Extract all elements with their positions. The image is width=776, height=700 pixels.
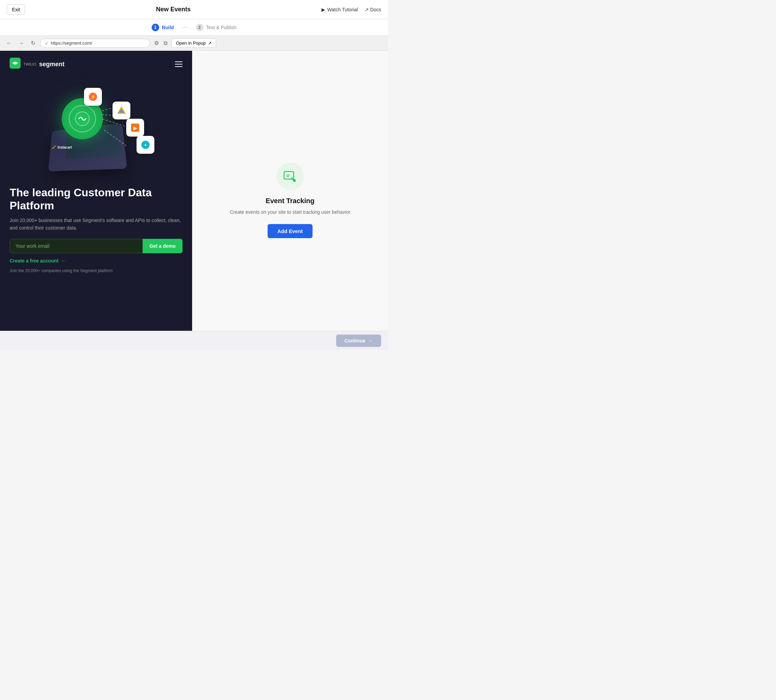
open-in-popup-button[interactable]: Open in Popup ↗ bbox=[172, 38, 216, 48]
arrow-icon: → bbox=[60, 258, 65, 263]
watch-tutorial-link[interactable]: ▶ Watch Tutorial bbox=[321, 7, 358, 12]
steps-bar: 1 Build — 2 Test & Publish bbox=[0, 19, 388, 36]
duplicate-button[interactable]: ⧉ bbox=[162, 39, 169, 48]
url-text: https://segment.com/ bbox=[51, 40, 92, 46]
step-divider: — bbox=[182, 24, 188, 30]
preview-nav: TWILIO segment bbox=[0, 51, 192, 78]
website-preview: TWILIO segment bbox=[0, 51, 192, 350]
hero-illustration: ⚡ ▶ bbox=[0, 78, 192, 180]
segment-logo-icon bbox=[10, 58, 21, 71]
get-demo-button[interactable]: Get a demo bbox=[143, 239, 183, 253]
browser-actions: ⚙ ⧉ bbox=[153, 38, 169, 48]
hero-headline: The leading Customer Data Platform bbox=[10, 186, 183, 212]
browser-chrome: ← → ↻ ✓ https://segment.com/ ⚙ ⧉ Open in… bbox=[0, 36, 388, 51]
free-account-link[interactable]: Create a free account → bbox=[10, 258, 183, 263]
svg-point-11 bbox=[293, 179, 296, 182]
popup-icon: ↗ bbox=[208, 40, 211, 46]
exit-button[interactable]: Exit bbox=[7, 5, 25, 15]
secure-icon: ✓ bbox=[45, 40, 49, 46]
hero-text-area: The leading Customer Data Platform Join … bbox=[0, 180, 192, 278]
settings-button[interactable]: ⚙ bbox=[153, 38, 160, 48]
email-form: Get a demo bbox=[10, 239, 183, 253]
instacart-label: 🥕 Instacart bbox=[52, 145, 72, 150]
app-card-3: ▶ bbox=[126, 119, 144, 137]
page-title: New Events bbox=[156, 6, 191, 13]
step-2-label: Test & Publish bbox=[206, 25, 237, 30]
app-card-4: ✦ bbox=[137, 136, 154, 154]
svg-text:✦: ✦ bbox=[144, 143, 147, 148]
illustration-container: ⚡ ▶ bbox=[34, 81, 158, 177]
step-1[interactable]: 1 Build bbox=[152, 24, 174, 31]
right-panel: Event Tracking Create events on your sit… bbox=[192, 51, 388, 350]
forward-button[interactable]: → bbox=[17, 39, 26, 48]
event-tracking-description: Create events on your site to start trac… bbox=[230, 208, 351, 216]
add-event-button[interactable]: Add Event bbox=[268, 224, 312, 238]
svg-text:⚡: ⚡ bbox=[90, 94, 97, 100]
top-bar: Exit New Events ▶ Watch Tutorial ↗ Docs bbox=[0, 0, 388, 19]
refresh-button[interactable]: ↻ bbox=[29, 38, 37, 48]
app-card-1: ⚡ bbox=[84, 88, 102, 106]
app-card-2 bbox=[113, 102, 130, 119]
bottom-text: Join the 20,000+ companies using the Seg… bbox=[10, 268, 183, 273]
continue-button[interactable]: Continue → bbox=[336, 335, 381, 347]
play-icon: ▶ bbox=[321, 7, 325, 12]
step-2[interactable]: 2 Test & Publish bbox=[196, 24, 237, 31]
continue-arrow-icon: → bbox=[368, 338, 373, 343]
hamburger-menu[interactable] bbox=[175, 62, 183, 67]
bottom-bar: Continue → bbox=[0, 331, 388, 350]
back-button[interactable]: ← bbox=[4, 39, 14, 48]
docs-link[interactable]: ↗ Docs bbox=[365, 7, 381, 12]
main-content: TWILIO segment bbox=[0, 51, 388, 350]
event-tracking-icon bbox=[276, 163, 304, 190]
segment-logo: TWILIO segment bbox=[10, 58, 65, 71]
hero-subtext: Join 20,000+ businesses that use Segment… bbox=[10, 217, 183, 232]
svg-text:▶: ▶ bbox=[133, 125, 137, 131]
step-2-number: 2 bbox=[196, 24, 203, 31]
step-1-label: Build bbox=[162, 25, 174, 30]
address-bar[interactable]: ✓ https://segment.com/ bbox=[40, 39, 150, 48]
email-input[interactable] bbox=[10, 239, 143, 253]
event-tracking-title: Event Tracking bbox=[266, 197, 314, 205]
top-bar-actions: ▶ Watch Tutorial ↗ Docs bbox=[321, 7, 381, 12]
step-1-number: 1 bbox=[152, 24, 159, 31]
external-link-icon: ↗ bbox=[365, 7, 369, 12]
